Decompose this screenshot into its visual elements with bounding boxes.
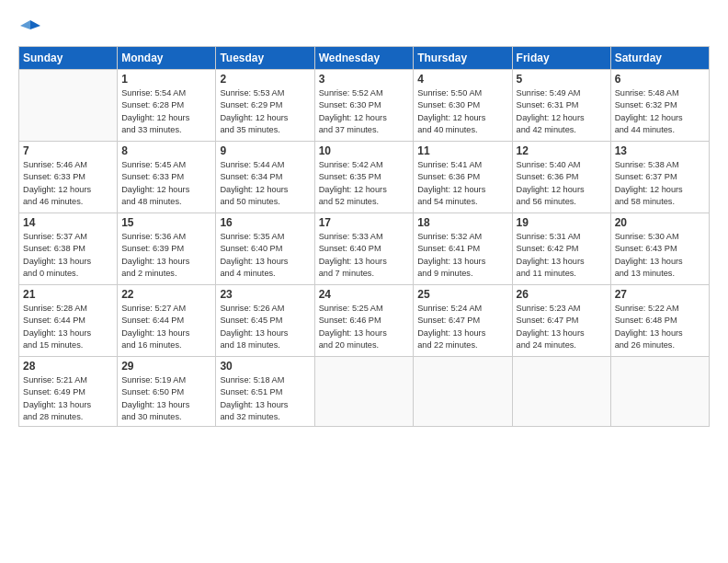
day-number: 21 xyxy=(23,288,113,301)
calendar-cell: 29Sunrise: 5:19 AM Sunset: 6:50 PM Dayli… xyxy=(118,357,216,427)
day-number: 25 xyxy=(417,288,507,301)
calendar-cell: 26Sunrise: 5:23 AM Sunset: 6:47 PM Dayli… xyxy=(512,285,610,357)
header xyxy=(18,17,710,37)
day-info: Sunrise: 5:27 AM Sunset: 6:44 PM Dayligh… xyxy=(121,303,211,351)
day-info: Sunrise: 5:42 AM Sunset: 6:35 PM Dayligh… xyxy=(319,159,410,208)
day-number: 17 xyxy=(319,216,410,229)
day-info: Sunrise: 5:23 AM Sunset: 6:47 PM Dayligh… xyxy=(517,303,607,351)
calendar-cell: 17Sunrise: 5:33 AM Sunset: 6:40 PM Dayli… xyxy=(314,213,414,285)
calendar-cell: 14Sunrise: 5:37 AM Sunset: 6:38 PM Dayli… xyxy=(19,213,118,285)
svg-marker-1 xyxy=(20,20,30,29)
day-info: Sunrise: 5:33 AM Sunset: 6:40 PM Dayligh… xyxy=(319,231,410,280)
day-number: 22 xyxy=(121,288,211,301)
day-info: Sunrise: 5:35 AM Sunset: 6:40 PM Dayligh… xyxy=(220,231,310,280)
calendar-cell: 23Sunrise: 5:26 AM Sunset: 6:45 PM Dayli… xyxy=(216,285,314,357)
day-info: Sunrise: 5:32 AM Sunset: 6:41 PM Dayligh… xyxy=(417,231,507,280)
calendar-cell: 13Sunrise: 5:38 AM Sunset: 6:37 PM Dayli… xyxy=(610,142,709,213)
day-info: Sunrise: 5:28 AM Sunset: 6:44 PM Dayligh… xyxy=(23,303,113,351)
day-number: 13 xyxy=(615,144,705,157)
day-info: Sunrise: 5:18 AM Sunset: 6:51 PM Dayligh… xyxy=(220,374,310,423)
day-number: 1 xyxy=(121,73,211,86)
day-info: Sunrise: 5:36 AM Sunset: 6:39 PM Dayligh… xyxy=(121,231,211,280)
day-number: 18 xyxy=(417,216,507,229)
week-row-1: 1Sunrise: 5:54 AM Sunset: 6:28 PM Daylig… xyxy=(19,70,710,142)
calendar-cell: 27Sunrise: 5:22 AM Sunset: 6:48 PM Dayli… xyxy=(610,285,709,357)
day-info: Sunrise: 5:24 AM Sunset: 6:47 PM Dayligh… xyxy=(417,303,507,351)
logo-bird-icon xyxy=(20,17,40,37)
day-number: 16 xyxy=(220,216,310,229)
day-number: 27 xyxy=(615,288,705,301)
logo xyxy=(18,17,40,37)
week-row-3: 14Sunrise: 5:37 AM Sunset: 6:38 PM Dayli… xyxy=(19,213,710,285)
day-number: 14 xyxy=(23,216,113,229)
day-info: Sunrise: 5:26 AM Sunset: 6:45 PM Dayligh… xyxy=(220,303,310,351)
day-info: Sunrise: 5:45 AM Sunset: 6:33 PM Dayligh… xyxy=(121,159,211,208)
day-number: 4 xyxy=(417,73,507,86)
day-number: 9 xyxy=(220,144,310,157)
col-header-monday: Monday xyxy=(118,47,216,70)
calendar-cell: 16Sunrise: 5:35 AM Sunset: 6:40 PM Dayli… xyxy=(216,213,314,285)
day-info: Sunrise: 5:38 AM Sunset: 6:37 PM Dayligh… xyxy=(615,159,705,208)
day-number: 12 xyxy=(517,144,607,157)
day-info: Sunrise: 5:54 AM Sunset: 6:28 PM Dayligh… xyxy=(121,87,211,136)
col-header-sunday: Sunday xyxy=(19,47,118,70)
day-info: Sunrise: 5:46 AM Sunset: 6:33 PM Dayligh… xyxy=(23,159,113,208)
week-row-5: 28Sunrise: 5:21 AM Sunset: 6:49 PM Dayli… xyxy=(19,357,710,427)
day-info: Sunrise: 5:40 AM Sunset: 6:36 PM Dayligh… xyxy=(517,159,607,208)
day-info: Sunrise: 5:44 AM Sunset: 6:34 PM Dayligh… xyxy=(220,159,310,208)
calendar-cell: 15Sunrise: 5:36 AM Sunset: 6:39 PM Dayli… xyxy=(118,213,216,285)
calendar-cell: 12Sunrise: 5:40 AM Sunset: 6:36 PM Dayli… xyxy=(512,142,610,213)
calendar-cell: 5Sunrise: 5:49 AM Sunset: 6:31 PM Daylig… xyxy=(512,70,610,142)
calendar-cell: 21Sunrise: 5:28 AM Sunset: 6:44 PM Dayli… xyxy=(19,285,118,357)
day-info: Sunrise: 5:48 AM Sunset: 6:32 PM Dayligh… xyxy=(615,87,705,136)
day-number: 19 xyxy=(517,216,607,229)
calendar-cell: 30Sunrise: 5:18 AM Sunset: 6:51 PM Dayli… xyxy=(216,357,314,427)
calendar-cell: 6Sunrise: 5:48 AM Sunset: 6:32 PM Daylig… xyxy=(610,70,709,142)
calendar-cell xyxy=(314,357,414,427)
col-header-tuesday: Tuesday xyxy=(216,47,314,70)
col-header-thursday: Thursday xyxy=(414,47,512,70)
day-number: 30 xyxy=(220,360,310,373)
day-info: Sunrise: 5:41 AM Sunset: 6:36 PM Dayligh… xyxy=(417,159,507,208)
day-number: 8 xyxy=(121,144,211,157)
calendar-cell: 19Sunrise: 5:31 AM Sunset: 6:42 PM Dayli… xyxy=(512,213,610,285)
calendar-table: SundayMondayTuesdayWednesdayThursdayFrid… xyxy=(18,46,710,427)
calendar-cell: 10Sunrise: 5:42 AM Sunset: 6:35 PM Dayli… xyxy=(314,142,414,213)
day-number: 7 xyxy=(23,144,113,157)
calendar-cell: 11Sunrise: 5:41 AM Sunset: 6:36 PM Dayli… xyxy=(414,142,512,213)
day-number: 15 xyxy=(121,216,211,229)
calendar-cell: 25Sunrise: 5:24 AM Sunset: 6:47 PM Dayli… xyxy=(414,285,512,357)
day-number: 10 xyxy=(319,144,410,157)
calendar-cell xyxy=(414,357,512,427)
calendar-cell xyxy=(19,70,118,142)
day-number: 5 xyxy=(517,73,607,86)
day-number: 11 xyxy=(417,144,507,157)
page: SundayMondayTuesdayWednesdayThursdayFrid… xyxy=(0,0,728,563)
calendar-cell: 18Sunrise: 5:32 AM Sunset: 6:41 PM Dayli… xyxy=(414,213,512,285)
calendar-cell: 7Sunrise: 5:46 AM Sunset: 6:33 PM Daylig… xyxy=(19,142,118,213)
day-number: 24 xyxy=(319,288,410,301)
day-info: Sunrise: 5:31 AM Sunset: 6:42 PM Dayligh… xyxy=(517,231,607,280)
calendar-cell xyxy=(610,357,709,427)
day-info: Sunrise: 5:30 AM Sunset: 6:43 PM Dayligh… xyxy=(615,231,705,280)
day-info: Sunrise: 5:25 AM Sunset: 6:46 PM Dayligh… xyxy=(319,303,410,351)
calendar-cell: 3Sunrise: 5:52 AM Sunset: 6:30 PM Daylig… xyxy=(314,70,414,142)
day-info: Sunrise: 5:19 AM Sunset: 6:50 PM Dayligh… xyxy=(121,374,211,423)
day-info: Sunrise: 5:52 AM Sunset: 6:30 PM Dayligh… xyxy=(319,87,410,136)
day-info: Sunrise: 5:49 AM Sunset: 6:31 PM Dayligh… xyxy=(517,87,607,136)
week-row-4: 21Sunrise: 5:28 AM Sunset: 6:44 PM Dayli… xyxy=(19,285,710,357)
day-number: 28 xyxy=(23,360,113,373)
day-info: Sunrise: 5:22 AM Sunset: 6:48 PM Dayligh… xyxy=(615,303,705,351)
day-number: 3 xyxy=(319,73,410,86)
col-header-saturday: Saturday xyxy=(610,47,709,70)
header-row: SundayMondayTuesdayWednesdayThursdayFrid… xyxy=(19,47,710,70)
svg-marker-0 xyxy=(30,20,40,29)
day-info: Sunrise: 5:53 AM Sunset: 6:29 PM Dayligh… xyxy=(220,87,310,136)
calendar-cell: 22Sunrise: 5:27 AM Sunset: 6:44 PM Dayli… xyxy=(118,285,216,357)
day-number: 2 xyxy=(220,73,310,86)
col-header-wednesday: Wednesday xyxy=(314,47,414,70)
day-info: Sunrise: 5:21 AM Sunset: 6:49 PM Dayligh… xyxy=(23,374,113,423)
calendar-cell: 24Sunrise: 5:25 AM Sunset: 6:46 PM Dayli… xyxy=(314,285,414,357)
day-number: 20 xyxy=(615,216,705,229)
calendar-cell: 4Sunrise: 5:50 AM Sunset: 6:30 PM Daylig… xyxy=(414,70,512,142)
